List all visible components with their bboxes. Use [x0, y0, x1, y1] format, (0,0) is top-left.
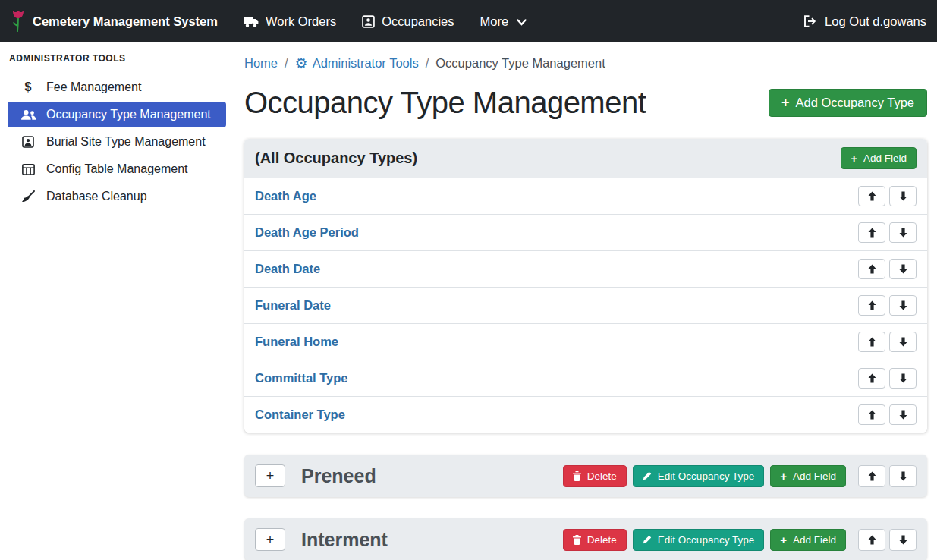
move-up-button[interactable] — [858, 465, 885, 487]
trash-icon — [573, 535, 581, 545]
breadcrumb-admin-tools-link[interactable]: ⚙ Administrator Tools — [295, 56, 419, 71]
sidebar-item-occupancy-type-management[interactable]: Occupancy Type Management — [8, 102, 226, 127]
sidebar-item-config-table-management[interactable]: Config Table Management — [8, 156, 226, 182]
move-up-button[interactable] — [858, 222, 885, 243]
field-row: Death Date — [244, 250, 927, 287]
nav-occupancies[interactable]: Occupancies — [362, 14, 454, 29]
pencil-icon — [643, 471, 652, 480]
breadcrumb-home-link[interactable]: Home — [244, 56, 278, 71]
plus-icon: + — [781, 96, 790, 109]
field-row: Death Age Period — [244, 214, 927, 250]
delete-button[interactable]: Delete — [563, 465, 627, 487]
arrow-down-icon — [899, 264, 907, 274]
field-row: Funeral Home — [244, 323, 927, 360]
move-up-button[interactable] — [858, 368, 885, 389]
move-down-button[interactable] — [889, 222, 917, 243]
occupancy-type-section: + Preneed Delete — [244, 455, 927, 497]
users-icon — [20, 109, 36, 121]
move-down-button[interactable] — [889, 368, 917, 389]
reorder-controls — [858, 332, 917, 352]
section-title: Preneed — [301, 465, 376, 487]
field-link[interactable]: Funeral Date — [255, 298, 331, 313]
move-down-button[interactable] — [889, 186, 917, 206]
field-link[interactable]: Death Age Period — [255, 225, 359, 240]
table-icon — [20, 164, 36, 175]
field-link[interactable]: Funeral Home — [255, 335, 338, 349]
field-row: Death Age — [244, 178, 927, 214]
sidebar-item-database-cleanup[interactable]: Database Cleanup — [8, 184, 226, 209]
breadcrumb-current: Occupancy Type Management — [435, 56, 605, 71]
reorder-controls — [858, 295, 917, 316]
field-link[interactable]: Container Type — [255, 407, 345, 422]
logout-button[interactable]: Log Out d.gowans — [803, 14, 926, 29]
add-field-button[interactable]: + Add Field — [770, 529, 846, 551]
add-field-button-label: Add Field — [793, 470, 836, 482]
field-link[interactable]: Death Age — [255, 189, 316, 203]
section-actions: Delete Edit Occupancy Type + Add Field — [563, 529, 917, 551]
arrow-down-icon — [899, 535, 907, 545]
expand-section-button[interactable]: + — [255, 464, 285, 487]
edit-occupancy-type-button[interactable]: Edit Occupancy Type — [633, 529, 764, 551]
arrow-up-icon — [868, 300, 876, 310]
reorder-controls — [858, 465, 917, 487]
plus-icon: + — [851, 153, 857, 164]
main-content: Home / ⚙ Administrator Tools / Occupancy… — [234, 42, 937, 560]
move-up-button[interactable] — [858, 404, 885, 425]
sidebar-item-fee-management[interactable]: $ Fee Management — [8, 74, 226, 100]
sidebar-item-burial-site-type-management[interactable]: Burial Site Type Management — [8, 129, 226, 155]
edit-button-label: Edit Occupancy Type — [658, 470, 754, 482]
move-down-button[interactable] — [889, 465, 917, 487]
move-down-button[interactable] — [889, 529, 917, 551]
move-down-button[interactable] — [889, 259, 917, 279]
field-row: Funeral Date — [244, 287, 927, 323]
field-link[interactable]: Committal Type — [255, 371, 348, 385]
trash-icon — [573, 471, 581, 481]
reorder-controls — [858, 222, 917, 243]
arrow-down-icon — [899, 300, 907, 310]
move-down-button[interactable] — [889, 404, 917, 425]
arrow-up-icon — [868, 410, 876, 420]
expand-section-button[interactable]: + — [255, 528, 285, 551]
tulip-logo-icon — [11, 10, 26, 33]
arrow-up-icon — [868, 337, 876, 347]
nav-more[interactable]: More — [480, 14, 527, 29]
reorder-controls — [858, 186, 917, 206]
dollar-icon: $ — [20, 80, 36, 94]
section-actions: Delete Edit Occupancy Type + Add Field — [563, 465, 917, 487]
arrow-down-icon — [899, 337, 907, 347]
move-down-button[interactable] — [889, 332, 917, 352]
gear-icon: ⚙ — [295, 56, 308, 71]
move-up-button[interactable] — [858, 332, 885, 352]
add-field-button[interactable]: + Add Field — [841, 147, 917, 169]
add-occupancy-type-button[interactable]: + Add Occupancy Type — [769, 89, 927, 117]
move-down-button[interactable] — [889, 295, 917, 316]
move-up-button[interactable] — [858, 295, 885, 316]
app-brand[interactable]: Cemetery Management System — [11, 10, 218, 33]
nav-work-orders[interactable]: Work Orders — [244, 14, 336, 29]
edit-occupancy-type-button[interactable]: Edit Occupancy Type — [633, 465, 764, 487]
chevron-down-icon — [517, 19, 527, 26]
delete-button[interactable]: Delete — [563, 529, 627, 551]
truck-icon — [244, 15, 259, 28]
reorder-controls — [858, 259, 917, 279]
sidebar: ADMINISTRATOR TOOLS $ Fee Management Occ… — [0, 42, 234, 560]
field-row: Committal Type — [244, 360, 927, 396]
sections: + Preneed Delete — [244, 455, 927, 560]
move-up-button[interactable] — [858, 259, 885, 279]
reorder-controls — [858, 529, 917, 551]
reorder-controls — [858, 404, 917, 425]
arrow-down-icon — [899, 191, 907, 201]
field-link[interactable]: Death Date — [255, 262, 320, 276]
field-row: Container Type — [244, 396, 927, 433]
pencil-icon — [643, 535, 652, 544]
move-up-button[interactable] — [858, 529, 885, 551]
broom-icon — [20, 190, 36, 203]
arrow-down-icon — [899, 410, 907, 420]
add-field-button[interactable]: + Add Field — [770, 465, 846, 487]
arrow-up-icon — [868, 471, 876, 481]
top-navbar: Cemetery Management System Work Orders O… — [0, 0, 937, 42]
plus-icon: + — [780, 534, 787, 546]
app-title: Cemetery Management System — [33, 14, 218, 29]
move-up-button[interactable] — [858, 186, 885, 206]
arrow-down-icon — [899, 471, 907, 481]
